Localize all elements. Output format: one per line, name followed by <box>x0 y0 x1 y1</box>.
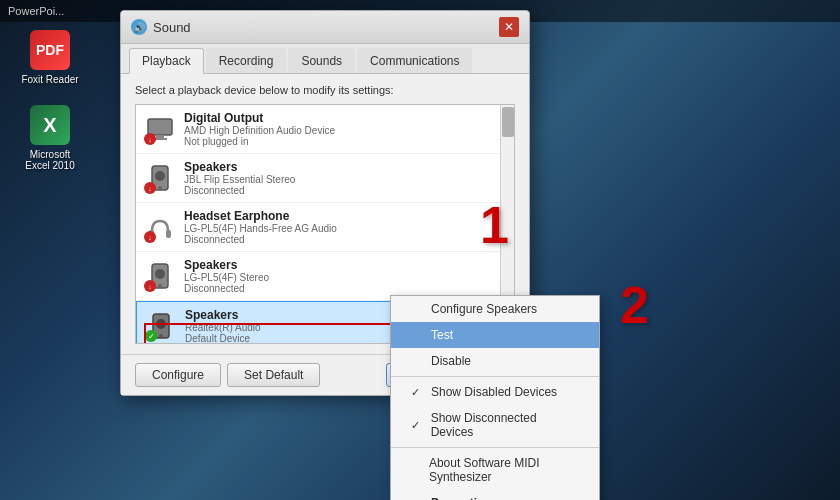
device-name-digital: Digital Output <box>184 111 506 125</box>
excel-2010-icon[interactable]: X MicrosoftExcel 2010 <box>15 105 85 171</box>
speakers-lg-info: Speakers LG-PL5(4F) Stereo Disconnected <box>184 258 506 294</box>
dialog-close-button[interactable]: ✕ <box>499 17 519 37</box>
device-speakers-lg[interactable]: ↓ Speakers LG-PL5(4F) Stereo Disconnecte… <box>136 252 514 301</box>
svg-point-9 <box>155 269 165 279</box>
context-disable-label: Disable <box>431 354 471 368</box>
foxit-reader-icon[interactable]: PDF Foxit Reader <box>15 30 85 85</box>
taskbar-label: PowerPoi... <box>8 5 64 17</box>
device-name-lg: Speakers <box>184 258 506 272</box>
device-status-headset: Disconnected <box>184 234 506 245</box>
device-name-jbl: Speakers <box>184 160 506 174</box>
speakers-realtek-icon: ✓ <box>145 310 177 342</box>
dialog-tabs: Playback Recording Sounds Communications <box>121 44 529 74</box>
speakers-lg-icon: ↓ <box>144 260 176 292</box>
svg-rect-7 <box>166 230 171 238</box>
context-properties-label: Properties <box>431 496 490 500</box>
disconnected-indicator-4: ↓ <box>144 280 156 292</box>
digital-output-icon: ↓ <box>144 113 176 145</box>
foxit-pdf-icon: PDF <box>30 30 70 70</box>
context-separator-1 <box>391 376 599 377</box>
dialog-titlebar: 🔊 Sound ✕ <box>121 11 529 44</box>
svg-point-4 <box>155 171 165 181</box>
context-about-midi-label: About Software MIDI Synthesizer <box>429 456 579 484</box>
speakers-jbl-info: Speakers JBL Flip Essential Stereo Disco… <box>184 160 506 196</box>
context-show-disabled[interactable]: ✓ Show Disabled Devices <box>391 379 599 405</box>
device-speakers-jbl[interactable]: ↓ Speakers JBL Flip Essential Stereo Dis… <box>136 154 514 203</box>
svg-point-5 <box>158 186 162 190</box>
tab-communications[interactable]: Communications <box>357 48 472 73</box>
svg-rect-1 <box>156 135 164 138</box>
headset-earphone-icon: ↓ <box>144 211 176 243</box>
context-show-disconnected[interactable]: ✓ Show Disconnected Devices <box>391 405 599 445</box>
desktop-icons: PDF Foxit Reader X MicrosoftExcel 2010 <box>15 30 85 171</box>
dialog-title-left: 🔊 Sound <box>131 19 191 35</box>
desktop: PowerPoi... PDF Foxit Reader X Microsoft… <box>0 0 840 500</box>
annotation-2: 2 <box>620 275 840 335</box>
foxit-reader-label: Foxit Reader <box>21 74 78 85</box>
show-disconnected-check-icon: ✓ <box>411 419 425 432</box>
dialog-description: Select a playback device below to modify… <box>135 84 515 96</box>
context-disable[interactable]: Disable <box>391 348 599 374</box>
configure-button[interactable]: Configure <box>135 363 221 387</box>
svg-point-10 <box>158 284 162 288</box>
dialog-title: Sound <box>153 20 191 35</box>
excel-icon: X <box>30 105 70 145</box>
svg-point-13 <box>159 334 163 338</box>
device-headset-earphone[interactable]: ↓ Headset Earphone LG-PL5(4F) Hands-Free… <box>136 203 514 252</box>
device-name-headset: Headset Earphone <box>184 209 506 223</box>
device-digital-output[interactable]: ↓ Digital Output AMD High Definition Aud… <box>136 105 514 154</box>
default-device-indicator: ✓ <box>145 330 157 342</box>
context-properties[interactable]: Properties <box>391 490 599 500</box>
context-show-disabled-label: Show Disabled Devices <box>431 385 557 399</box>
device-status-lg: Disconnected <box>184 283 506 294</box>
context-test[interactable]: Test <box>391 322 599 348</box>
digital-output-info: Digital Output AMD High Definition Audio… <box>184 111 506 147</box>
tab-recording[interactable]: Recording <box>206 48 287 73</box>
svg-point-12 <box>156 319 166 329</box>
speakers-jbl-icon: ↓ <box>144 162 176 194</box>
context-show-disconnected-label: Show Disconnected Devices <box>431 411 579 439</box>
scrollbar-thumb <box>502 107 514 137</box>
context-menu: Configure Speakers Test Disable ✓ Show D… <box>390 295 600 500</box>
tab-sounds[interactable]: Sounds <box>288 48 355 73</box>
show-disabled-check-icon: ✓ <box>411 386 425 399</box>
device-detail-jbl: JBL Flip Essential Stereo <box>184 174 506 185</box>
device-status-jbl: Disconnected <box>184 185 506 196</box>
context-configure-speakers[interactable]: Configure Speakers <box>391 296 599 322</box>
annotation-1: 1 <box>480 195 840 255</box>
excel-label: MicrosoftExcel 2010 <box>25 149 74 171</box>
context-configure-label: Configure Speakers <box>431 302 537 316</box>
context-about-midi[interactable]: About Software MIDI Synthesizer <box>391 450 599 490</box>
context-separator-2 <box>391 447 599 448</box>
tab-playback[interactable]: Playback <box>129 48 204 74</box>
device-detail-lg: LG-PL5(4F) Stereo <box>184 272 506 283</box>
sound-icon: 🔊 <box>131 19 147 35</box>
disconnected-indicator: ↓ <box>144 133 156 145</box>
context-test-label: Test <box>431 328 453 342</box>
disconnected-indicator-3: ↓ <box>144 231 156 243</box>
set-default-button[interactable]: Set Default <box>227 363 320 387</box>
device-detail-digital: AMD High Definition Audio Device <box>184 125 506 136</box>
headset-earphone-info: Headset Earphone LG-PL5(4F) Hands-Free A… <box>184 209 506 245</box>
device-status-digital: Not plugged in <box>184 136 506 147</box>
device-detail-headset: LG-PL5(4F) Hands-Free AG Audio <box>184 223 506 234</box>
disconnected-indicator-2: ↓ <box>144 182 156 194</box>
